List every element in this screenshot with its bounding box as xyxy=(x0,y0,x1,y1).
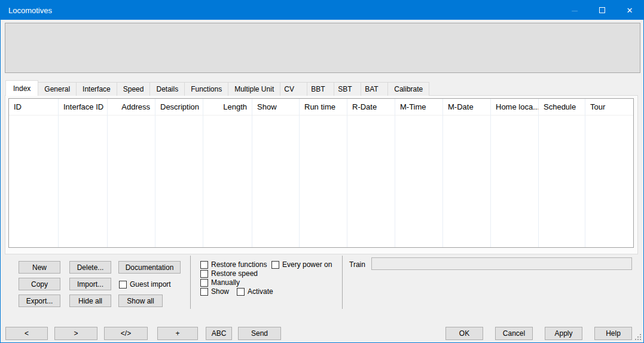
show-all-button[interactable]: Show all xyxy=(118,295,163,307)
tab-bat[interactable]: BAT xyxy=(361,82,388,96)
tab-index[interactable]: Index xyxy=(5,80,38,96)
column-header-m-date[interactable]: M-Date xyxy=(443,99,490,116)
every-power-on-checkbox[interactable]: Every power on xyxy=(271,260,332,269)
show-checkbox-box xyxy=(200,288,208,296)
column-header-tour[interactable]: Tour xyxy=(585,99,633,116)
restore-speed-label: Restore speed xyxy=(211,269,258,278)
show-checkbox[interactable]: Show xyxy=(200,287,229,296)
activate-label: Activate xyxy=(248,287,273,296)
resize-grip-icon[interactable] xyxy=(635,334,641,340)
train-label: Train xyxy=(349,260,365,269)
tabstrip: Index General Interface Speed Details Fu… xyxy=(5,80,429,96)
next-button[interactable]: > xyxy=(54,327,97,340)
activate-checkbox-box xyxy=(237,288,245,296)
manually-checkbox[interactable]: Manually xyxy=(200,278,240,287)
column-header-show[interactable]: Show xyxy=(252,99,299,116)
tab-general[interactable]: General xyxy=(38,82,77,96)
column-header-description[interactable]: Description xyxy=(155,99,203,116)
maximize-button[interactable] xyxy=(588,1,616,20)
every-power-on-label: Every power on xyxy=(282,260,332,269)
import-button[interactable]: Import... xyxy=(69,278,111,290)
tab-speed[interactable]: Speed xyxy=(117,82,151,96)
cancel-button[interactable]: Cancel xyxy=(495,327,533,340)
column-header-address[interactable]: Address xyxy=(108,99,155,116)
copy-button[interactable]: Copy xyxy=(19,278,60,290)
minimize-icon: — xyxy=(572,7,578,14)
guest-import-checkbox[interactable]: Guest import xyxy=(119,280,171,289)
tab-multiple-unit[interactable]: Multiple Unit xyxy=(228,82,280,96)
tab-cv[interactable]: CV xyxy=(280,82,307,96)
column-header-id[interactable]: ID xyxy=(9,99,58,116)
help-button[interactable]: Help xyxy=(594,327,632,340)
code-button[interactable]: </> xyxy=(104,327,148,340)
restore-functions-checkbox-box xyxy=(200,261,208,269)
column-header-home-location[interactable]: Home loca... xyxy=(491,99,538,116)
tab-functions[interactable]: Functions xyxy=(184,82,228,96)
guest-import-label: Guest import xyxy=(130,280,171,289)
tab-interface[interactable]: Interface xyxy=(76,82,117,96)
send-button[interactable]: Send xyxy=(238,327,281,340)
show-label: Show xyxy=(211,287,229,296)
column-header-schedule[interactable]: Schedule xyxy=(539,99,585,116)
column-header-length[interactable]: Length xyxy=(203,99,252,116)
column-header-r-date[interactable]: R-Date xyxy=(347,99,395,116)
restore-speed-checkbox-box xyxy=(200,270,208,278)
activate-checkbox[interactable]: Activate xyxy=(237,287,273,296)
titlebar: Locomotives — ✕ xyxy=(1,1,643,20)
documentation-button[interactable]: Documentation xyxy=(118,261,181,274)
window-controls: — ✕ xyxy=(561,1,643,20)
tab-calibrate[interactable]: Calibrate xyxy=(387,82,429,96)
manually-checkbox-box xyxy=(200,279,208,287)
restore-functions-label: Restore functions xyxy=(211,260,267,269)
ok-button[interactable]: OK xyxy=(445,327,483,340)
column-header-interface-id[interactable]: Interface ID xyxy=(59,99,107,116)
guest-import-checkbox-box xyxy=(119,281,127,289)
every-power-on-checkbox-box xyxy=(271,261,279,269)
info-panel xyxy=(5,23,640,73)
tab-bbt[interactable]: BBT xyxy=(307,82,334,96)
restore-speed-checkbox[interactable]: Restore speed xyxy=(200,269,258,278)
locomotives-dialog: Locomotives — ✕ Index General Interface … xyxy=(0,0,644,343)
column-header-m-time[interactable]: M-Time xyxy=(395,99,442,116)
minimize-button: — xyxy=(561,1,588,20)
column-header-run-time[interactable]: Run time xyxy=(300,99,347,116)
restore-functions-checkbox[interactable]: Restore functions xyxy=(200,260,267,269)
plus-button[interactable]: + xyxy=(157,327,198,340)
train-input[interactable] xyxy=(371,257,632,270)
export-button[interactable]: Export... xyxy=(19,295,60,307)
hide-all-button[interactable]: Hide all xyxy=(69,295,111,307)
new-button[interactable]: New xyxy=(19,261,60,274)
maximize-icon xyxy=(599,7,605,13)
close-icon: ✕ xyxy=(627,6,633,15)
separator-right xyxy=(342,256,343,309)
apply-button[interactable]: Apply xyxy=(545,327,582,340)
window-title: Locomotives xyxy=(1,6,52,15)
delete-button[interactable]: Delete... xyxy=(69,261,111,274)
close-button[interactable]: ✕ xyxy=(616,1,643,20)
tab-details[interactable]: Details xyxy=(149,82,185,96)
abc-button[interactable]: ABC xyxy=(206,327,232,340)
tab-sbt[interactable]: SBT xyxy=(334,82,361,96)
separator-left xyxy=(190,256,191,309)
manually-label: Manually xyxy=(211,278,240,287)
locomotive-list[interactable]: ID Interface ID Address Description Leng… xyxy=(8,98,634,248)
prev-button[interactable]: < xyxy=(5,327,48,340)
